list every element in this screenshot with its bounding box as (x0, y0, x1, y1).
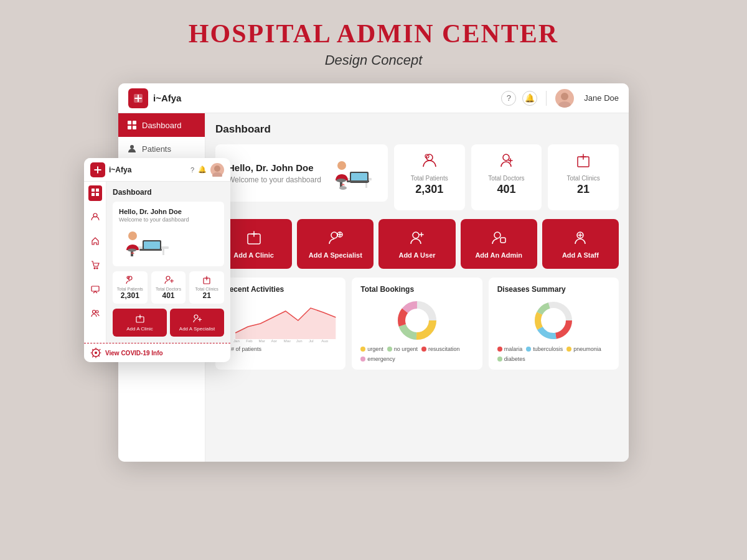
recent-activities-card: Recent Activities 20 15 10 5 0 (215, 278, 345, 370)
small-logo (90, 162, 105, 177)
small-action-row: Add A Clinic Add A Specialist (113, 309, 224, 337)
small-bell-icon[interactable]: 🔔 (198, 166, 207, 174)
sidebar-label-dashboard: Dashboard (142, 121, 182, 130)
svg-point-2 (558, 101, 571, 108)
welcome-card: Hello, Dr. John Doe Welcome to your dash… (215, 144, 388, 202)
diseases-summary-card: Diseases Summary (489, 278, 619, 370)
svg-text:Mar: Mar (258, 339, 265, 342)
svg-point-62 (92, 310, 95, 314)
stat-value-patients: 2,301 (400, 183, 459, 196)
recent-activities-chart: 20 15 10 5 0 Jan Fe (224, 299, 337, 342)
small-stat-doctors: Total Doctors 401 (151, 271, 186, 304)
stat-card-doctors: Total Doctors 401 (471, 144, 542, 210)
svg-point-7 (130, 145, 134, 149)
svg-text:Jun: Jun (296, 339, 303, 342)
help-icon[interactable]: ? (501, 91, 516, 106)
page-title: HOSPITAL ADMIN CENTER (189, 19, 558, 49)
svg-point-15 (336, 179, 346, 182)
svg-rect-65 (162, 249, 164, 255)
action-row: Add A Clinic Add A Specialist (215, 219, 619, 269)
stat-label-clinics: Total Clinics (554, 175, 613, 182)
svg-text:Aug: Aug (321, 339, 328, 342)
covid-info-button[interactable]: View COVID-19 Info (84, 343, 230, 362)
svg-rect-55 (96, 189, 99, 192)
small-add-specialist-button[interactable]: Add A Specialist (170, 309, 224, 337)
svg-point-52 (214, 166, 220, 172)
topbar-icons: ? 🔔 Jane Doe (501, 89, 619, 108)
small-topbar: i~Afya ? 🔔 (84, 158, 230, 182)
svg-rect-12 (347, 180, 369, 182)
svg-point-79 (95, 352, 97, 354)
add-clinic-label: Add A Clinic (233, 251, 274, 259)
welcome-text: Hello, Dr. John Doe Welcome to your dash… (228, 162, 321, 184)
svg-rect-3 (128, 121, 131, 124)
small-stat-clinics-value: 21 (192, 291, 222, 300)
total-bookings-legend: urgent no urgent resuscitation emergency (360, 346, 473, 362)
sidebar-label-patients: Patients (142, 144, 171, 154)
small-sidebar-messages[interactable] (88, 282, 102, 298)
small-app-window: i~Afya ? 🔔 (84, 158, 230, 362)
small-sidebar-cart[interactable] (88, 258, 102, 274)
avatar (555, 89, 574, 108)
small-stat-clinics-label: Total Clinics (192, 287, 222, 291)
svg-rect-67 (144, 241, 160, 249)
svg-point-74 (166, 276, 170, 280)
small-add-clinic-button[interactable]: Add A Clinic (113, 309, 167, 337)
stat-label-doctors: Total Doctors (477, 175, 536, 182)
svg-rect-57 (96, 193, 99, 196)
diseases-title: Diseases Summary (497, 285, 610, 294)
total-bookings-card: Total Bookings urgent (352, 278, 482, 370)
covid-icon (90, 347, 101, 358)
small-sidebar-dashboard[interactable] (88, 185, 102, 201)
sidebar-item-dashboard[interactable]: Dashboard (118, 113, 205, 137)
bell-icon[interactable]: 🔔 (522, 91, 537, 106)
svg-text:Jan: Jan (233, 339, 240, 342)
small-stats-row: Total Patients 2,301 Total Doctors (113, 271, 224, 304)
small-stat-clinics: Total Clinics 21 (189, 271, 224, 304)
svg-point-22 (331, 232, 337, 238)
small-doctors-icon (154, 275, 184, 287)
main-content: Dashboard Hello, Dr. John Doe Welcome to… (205, 113, 629, 462)
diseases-legend: malaria tuberculosis pneumonia diabetes (497, 346, 610, 362)
stat-value-doctors: 401 (477, 183, 536, 196)
svg-point-19 (503, 154, 509, 161)
add-admin-button[interactable]: Add An Admin (461, 219, 537, 269)
svg-rect-11 (351, 173, 367, 182)
small-sidebar-home[interactable] (88, 234, 102, 250)
svg-point-71 (128, 249, 136, 252)
welcome-illustration (328, 154, 378, 192)
small-topbar-icons: ? 🔔 (190, 163, 224, 177)
svg-rect-5 (128, 126, 131, 129)
svg-rect-56 (92, 193, 95, 196)
small-welcome-greeting: Hello, Dr. John Doe (119, 208, 218, 215)
small-welcome-subtitle: Welcome to your dashboard (119, 217, 218, 223)
small-add-specialist-label: Add A Specialist (179, 326, 215, 332)
bottom-row: Recent Activities 20 15 10 5 0 (215, 278, 619, 370)
svg-rect-26 (500, 238, 505, 243)
small-sidebar-users[interactable] (88, 307, 102, 322)
small-help-icon[interactable]: ? (190, 166, 194, 174)
small-sidebar-patients[interactable] (88, 210, 102, 225)
stat-value-clinics: 21 (554, 183, 613, 196)
welcome-subtitle: Welcome to your dashboard (228, 175, 321, 184)
svg-point-53 (212, 172, 222, 177)
welcome-greeting: Hello, Dr. John Doe (228, 162, 321, 173)
stat-card-clinics: Total Clinics 21 (548, 144, 619, 210)
clinics-icon (554, 152, 613, 172)
svg-point-17 (426, 154, 433, 161)
add-specialist-button[interactable]: Add A Specialist (297, 219, 374, 269)
small-stat-patients-label: Total Patients (115, 287, 145, 291)
small-stat-patients-value: 2,301 (115, 291, 145, 300)
small-sidebar (84, 182, 106, 343)
svg-text:Jul: Jul (309, 339, 314, 342)
patients-icon (400, 152, 459, 172)
small-add-clinic-label: Add A Clinic (126, 326, 153, 332)
svg-rect-4 (133, 121, 136, 124)
add-user-button[interactable]: Add A User (378, 219, 455, 269)
topbar: i~Afya ? 🔔 Jane Doe (118, 83, 629, 113)
svg-point-63 (96, 310, 98, 313)
add-staff-button[interactable]: Add A Staff (542, 219, 619, 269)
svg-point-25 (494, 232, 500, 238)
sidebar-item-patients[interactable]: Patients (118, 137, 205, 161)
diseases-donut (532, 299, 575, 342)
